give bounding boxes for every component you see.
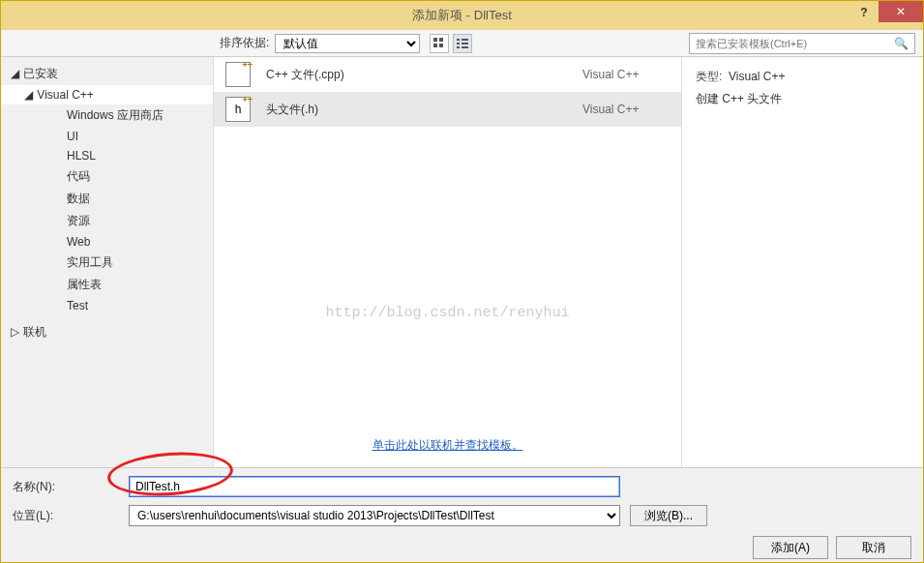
browse-button[interactable]: 浏览(B)... — [630, 505, 707, 526]
online-templates-link[interactable]: 单击此处以联机并查找模板。 — [373, 438, 523, 452]
sort-select[interactable]: 默认值 — [275, 34, 420, 53]
category-sidebar: ◢ 已安装 ◢ Visual C++ Windows 应用商店 UI HLSL … — [1, 57, 214, 467]
svg-rect-3 — [439, 44, 443, 47]
svg-rect-9 — [462, 46, 468, 48]
tree-sub-item[interactable]: HLSL — [47, 146, 213, 165]
grid-icon — [433, 38, 445, 49]
name-label: 名称(N): — [13, 479, 129, 495]
template-type: Visual C++ — [582, 68, 670, 81]
tree-sub-item[interactable]: 属性表 — [47, 274, 213, 296]
template-name: C++ 文件(.cpp) — [266, 67, 582, 83]
cpp-file-icon: ++ — [225, 62, 251, 87]
toolbar: 排序依据: 默认值 🔍 — [1, 30, 923, 57]
template-item-cpp[interactable]: ++ C++ 文件(.cpp) Visual C++ — [214, 57, 681, 92]
svg-rect-1 — [439, 38, 443, 42]
title-bar: 添加新项 - DllTest ? ✕ — [1, 1, 923, 30]
help-button[interactable]: ? — [849, 1, 879, 24]
svg-rect-7 — [462, 43, 468, 44]
details-panel: 类型: Visual C++ 创建 C++ 头文件 — [681, 57, 923, 467]
tree-online[interactable]: ▷ 联机 — [1, 321, 213, 343]
search-icon: 🔍 — [894, 37, 909, 50]
tree-installed[interactable]: ◢ 已安装 — [1, 63, 213, 85]
tree-sub-item[interactable]: Test — [47, 296, 213, 315]
details-description: 创建 C++ 头文件 — [696, 91, 909, 107]
search-box[interactable]: 🔍 — [689, 33, 915, 54]
template-item-header[interactable]: h++ 头文件(.h) Visual C++ — [214, 92, 681, 127]
svg-rect-6 — [457, 43, 460, 44]
template-list-panel: ++ C++ 文件(.cpp) Visual C++ h++ 头文件(.h) V… — [214, 57, 681, 467]
tree-sub-item[interactable]: UI — [47, 127, 213, 146]
location-label: 位置(L): — [13, 508, 129, 524]
tree-sub-item[interactable]: 资源 — [47, 210, 213, 232]
tree-sub-item[interactable]: Web — [47, 232, 213, 252]
tree-sub-item[interactable]: 代码 — [47, 165, 213, 188]
svg-rect-5 — [462, 39, 468, 41]
tree-visual-cpp[interactable]: ◢ Visual C++ — [1, 85, 213, 104]
template-name: 头文件(.h) — [266, 102, 582, 118]
view-list-button[interactable] — [453, 34, 472, 53]
svg-rect-0 — [433, 38, 437, 42]
tree-sub-item[interactable]: 实用工具 — [47, 252, 213, 274]
template-type: Visual C++ — [582, 103, 670, 116]
search-input[interactable] — [696, 38, 894, 49]
details-type-value: Visual C++ — [729, 70, 785, 83]
svg-rect-4 — [457, 39, 460, 41]
location-select[interactable]: G:\users\renhui\documents\visual studio … — [129, 505, 620, 526]
tree-sub-item[interactable]: Windows 应用商店 — [47, 104, 213, 127]
details-type-label: 类型: — [696, 70, 722, 83]
view-grid-button[interactable] — [430, 34, 449, 53]
add-button[interactable]: 添加(A) — [753, 536, 828, 559]
close-button[interactable]: ✕ — [879, 1, 923, 22]
bottom-form: 名称(N): 位置(L): G:\users\renhui\documents\… — [1, 467, 923, 563]
svg-rect-8 — [457, 46, 460, 48]
header-file-icon: h++ — [225, 97, 251, 122]
sort-label: 排序依据: — [220, 35, 269, 51]
svg-rect-2 — [433, 44, 437, 47]
window-title: 添加新项 - DllTest — [1, 7, 923, 24]
list-icon — [457, 38, 468, 49]
name-input[interactable] — [129, 476, 620, 497]
tree-sub-item[interactable]: 数据 — [47, 188, 213, 210]
cancel-button[interactable]: 取消 — [836, 536, 911, 559]
